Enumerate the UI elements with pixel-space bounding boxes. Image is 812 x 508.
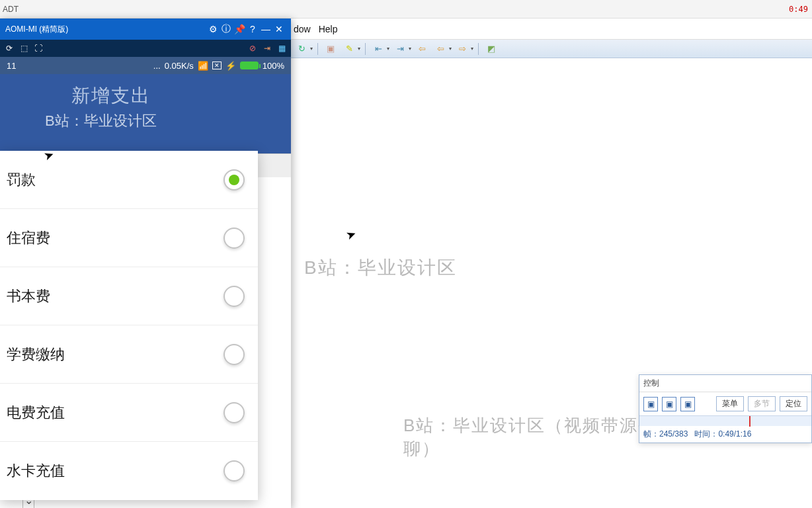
option-lodging[interactable]: 住宿费 [0,209,258,267]
frame-count: 245/383 [659,429,688,439]
folder-open-icon[interactable]: ▣ [323,42,339,56]
emulator-toolbar: ⟳ ⬚ ⛶ ⊘ ⇥ ▦ [0,40,291,57]
locate-tab[interactable]: 定位 [780,396,807,411]
pin-icon[interactable]: 📌 [233,24,246,34]
option-label: 书本费 [7,286,50,306]
option-books[interactable]: 书本费 [0,267,258,325]
tool-icon[interactable]: ◩ [483,42,499,56]
header-watermark: B站：毕业设计区 [45,111,279,131]
control-panel-toolbar: ▣ ▣ ▣ 菜单 多节 定位 [639,392,811,415]
close-icon[interactable]: ✕ [272,24,286,34]
menu-help[interactable]: Help [319,24,338,34]
option-label: 学费缴纳 [7,345,65,364]
gear-icon[interactable]: ⚙ [206,24,220,34]
emu-fullscreen-icon[interactable]: ⛶ [33,43,44,54]
ide-title-bar: ADT 0:49 [0,0,812,19]
radio-icon[interactable] [223,228,245,249]
refresh-icon[interactable]: ↻ [294,42,309,56]
back-icon[interactable]: ⇦ [414,42,430,56]
option-label: 水卡充值 [7,461,65,481]
control-panel-status: 帧：245/383 时间：0:49/1:16 [639,426,811,443]
control-panel-title: 控制 [639,375,811,392]
battery-icon [240,62,259,69]
search-icon[interactable]: ✎ [341,42,357,56]
option-label: 住宿费 [7,228,50,248]
step-over-icon[interactable]: ⇥ [392,42,408,56]
category-picker-dialog[interactable]: 罚款 住宿费 书本费 学费缴纳 电费充值 水卡充值 [0,151,258,500]
option-water[interactable]: 水卡充值 [0,442,258,500]
emu-rotate-icon[interactable]: ⟳ [4,43,15,54]
cursor-icon: ➤ [344,226,358,243]
charge-icon: ⚡ [225,61,236,71]
emulator-titlebar[interactable]: AOMI-MI (精简版) ⚙ ⓘ 📌 ? — ✕ [0,19,291,40]
emu-exit-icon[interactable]: ⇥ [262,43,272,54]
help-icon[interactable]: ? [246,24,259,34]
menu-tab[interactable]: 菜单 [716,396,744,411]
status-speed: 0.05K/s [165,61,194,71]
battery-pct: 100% [263,61,284,71]
status-time: 11 [7,61,16,71]
option-tuition[interactable]: 学费缴纳 [0,325,258,384]
timeline-slider[interactable] [639,415,811,426]
option-label: 电费充值 [7,403,65,423]
menu-window[interactable]: dow [294,24,311,34]
radio-icon[interactable] [223,344,245,365]
radio-icon[interactable] [223,460,245,482]
watermark-center: B站：毕业设计区 [304,255,457,280]
multi-tab[interactable]: 多节 [748,396,776,411]
next-frame-button[interactable]: ▣ [680,397,695,411]
option-electric[interactable]: 电费充值 [0,384,258,442]
emu-block-icon[interactable]: ⊘ [247,43,258,54]
timeline-marker[interactable] [749,416,751,427]
radio-icon[interactable] [223,286,245,307]
prev-frame-button[interactable]: ▣ [643,397,658,411]
play-pause-button[interactable]: ▣ [662,397,676,411]
minimize-icon[interactable]: — [259,24,272,34]
wifi-icon: 📶 [198,61,208,71]
option-fine[interactable]: 罚款 [0,151,258,209]
info-icon[interactable]: ⓘ [220,23,233,35]
clock-timer: 0:49 [789,5,808,14]
app-header: 新增支出 B站：毕业设计区 [0,74,291,153]
step-icon[interactable]: ⇤ [370,42,386,56]
fwd-icon[interactable]: ⇨ [454,42,470,56]
radio-icon[interactable] [223,402,245,423]
emulator-title: AOMI-MI (精简版) [5,24,68,35]
back-drop-icon[interactable]: ⇦ [432,42,448,56]
ide-title: ADT [3,5,19,14]
android-status-bar: 11 ... 0.05K/s 📶 ✕ ⚡ 100% [0,57,291,74]
video-control-panel[interactable]: 控制 ▣ ▣ ▣ 菜单 多节 定位 帧：245/383 时间：0:49/1:16 [639,374,812,443]
status-dots: ... [153,61,161,71]
app-title: 新增支出 [71,83,279,108]
option-label: 罚款 [7,170,36,190]
emu-grid-icon[interactable]: ▦ [276,43,287,54]
radio-selected-icon[interactable] [223,169,245,190]
time-value: 0:49/1:16 [718,429,751,439]
emu-frame-icon[interactable]: ⬚ [19,43,29,54]
signal-icon: ✕ [212,62,222,69]
